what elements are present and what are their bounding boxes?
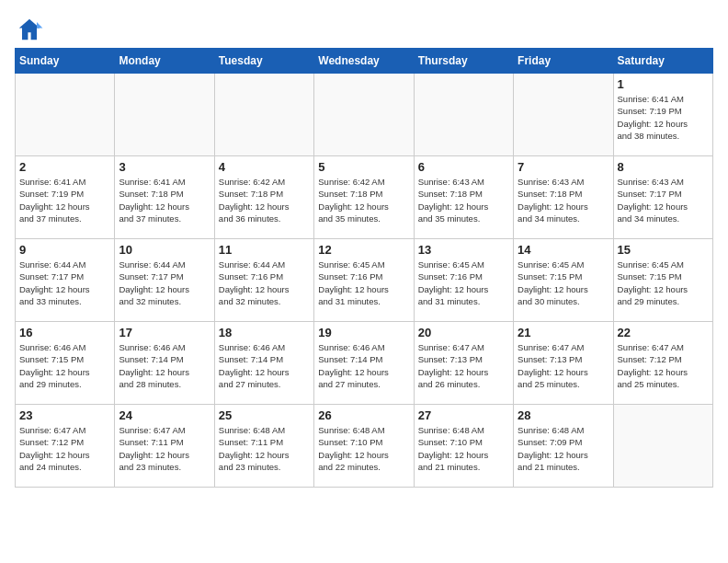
day-info: Sunrise: 6:48 AM Sunset: 7:11 PM Dayligh… [219,424,310,473]
day-number: 28 [518,408,609,422]
calendar-cell [314,74,414,156]
day-info: Sunrise: 6:48 AM Sunset: 7:10 PM Dayligh… [318,424,409,473]
calendar-cell [214,74,313,156]
day-number: 6 [418,160,509,174]
calendar-cell: 23Sunrise: 6:47 AM Sunset: 7:12 PM Dayli… [16,405,115,488]
calendar-cell: 19Sunrise: 6:46 AM Sunset: 7:14 PM Dayli… [314,322,414,405]
day-info: Sunrise: 6:45 AM Sunset: 7:16 PM Dayligh… [418,259,509,307]
day-number: 25 [219,408,310,422]
calendar-cell [613,405,712,488]
weekday-header: Friday [514,49,613,74]
calendar-week-row: 23Sunrise: 6:47 AM Sunset: 7:12 PM Dayli… [16,405,713,488]
day-info: Sunrise: 6:44 AM Sunset: 7:16 PM Dayligh… [219,259,310,307]
calendar-cell: 28Sunrise: 6:48 AM Sunset: 7:09 PM Dayli… [514,405,613,488]
day-number: 12 [318,243,409,257]
calendar-week-row: 1Sunrise: 6:41 AM Sunset: 7:19 PM Daylig… [16,74,713,156]
calendar-cell: 7Sunrise: 6:43 AM Sunset: 7:18 PM Daylig… [514,156,613,239]
calendar-week-row: 2Sunrise: 6:41 AM Sunset: 7:19 PM Daylig… [16,156,713,239]
day-info: Sunrise: 6:41 AM Sunset: 7:18 PM Dayligh… [119,176,210,224]
day-info: Sunrise: 6:48 AM Sunset: 7:09 PM Dayligh… [518,424,609,473]
calendar-cell: 10Sunrise: 6:44 AM Sunset: 7:17 PM Dayli… [115,239,214,322]
day-info: Sunrise: 6:47 AM Sunset: 7:13 PM Dayligh… [418,341,509,390]
day-info: Sunrise: 6:44 AM Sunset: 7:17 PM Dayligh… [119,259,210,307]
day-info: Sunrise: 6:42 AM Sunset: 7:18 PM Dayligh… [318,176,409,224]
calendar-cell: 21Sunrise: 6:47 AM Sunset: 7:13 PM Dayli… [514,322,613,405]
weekday-header: Thursday [414,49,513,74]
calendar-cell: 6Sunrise: 6:43 AM Sunset: 7:18 PM Daylig… [414,156,513,239]
calendar-cell: 14Sunrise: 6:45 AM Sunset: 7:15 PM Dayli… [514,239,613,322]
day-number: 17 [119,326,210,339]
day-info: Sunrise: 6:45 AM Sunset: 7:15 PM Dayligh… [518,259,609,307]
calendar-cell: 17Sunrise: 6:46 AM Sunset: 7:14 PM Dayli… [115,322,214,405]
calendar-cell: 3Sunrise: 6:41 AM Sunset: 7:18 PM Daylig… [115,156,214,239]
calendar-cell: 22Sunrise: 6:47 AM Sunset: 7:12 PM Dayli… [613,322,712,405]
calendar-cell: 2Sunrise: 6:41 AM Sunset: 7:19 PM Daylig… [16,156,115,239]
day-info: Sunrise: 6:47 AM Sunset: 7:12 PM Dayligh… [19,424,110,473]
calendar-cell: 8Sunrise: 6:43 AM Sunset: 7:17 PM Daylig… [613,156,712,239]
day-number: 1 [618,77,709,91]
day-number: 2 [19,160,110,174]
day-number: 19 [318,326,409,339]
day-info: Sunrise: 6:41 AM Sunset: 7:19 PM Dayligh… [618,93,709,142]
day-info: Sunrise: 6:45 AM Sunset: 7:16 PM Dayligh… [318,259,409,307]
day-number: 20 [418,326,509,339]
svg-marker-0 [19,19,40,40]
calendar-cell: 12Sunrise: 6:45 AM Sunset: 7:16 PM Dayli… [314,239,414,322]
day-info: Sunrise: 6:47 AM Sunset: 7:13 PM Dayligh… [518,341,609,390]
day-info: Sunrise: 6:48 AM Sunset: 7:10 PM Dayligh… [418,424,509,473]
day-number: 10 [119,243,210,257]
day-info: Sunrise: 6:46 AM Sunset: 7:15 PM Dayligh… [19,341,110,390]
calendar-cell: 1Sunrise: 6:41 AM Sunset: 7:19 PM Daylig… [613,74,712,156]
day-number: 21 [518,326,609,339]
day-number: 26 [318,408,409,422]
weekday-header: Saturday [613,49,712,74]
day-number: 16 [19,326,110,339]
calendar-cell [115,74,214,156]
day-number: 4 [219,160,310,174]
day-info: Sunrise: 6:41 AM Sunset: 7:19 PM Dayligh… [19,176,110,224]
calendar-cell: 25Sunrise: 6:48 AM Sunset: 7:11 PM Dayli… [214,405,313,488]
page-header [15,15,713,44]
day-info: Sunrise: 6:46 AM Sunset: 7:14 PM Dayligh… [219,341,310,390]
day-info: Sunrise: 6:47 AM Sunset: 7:12 PM Dayligh… [618,341,709,390]
day-info: Sunrise: 6:46 AM Sunset: 7:14 PM Dayligh… [318,341,409,390]
calendar-cell: 13Sunrise: 6:45 AM Sunset: 7:16 PM Dayli… [414,239,513,322]
day-info: Sunrise: 6:44 AM Sunset: 7:17 PM Dayligh… [19,259,110,307]
day-number: 13 [418,243,509,257]
calendar-cell: 11Sunrise: 6:44 AM Sunset: 7:16 PM Dayli… [214,239,313,322]
day-info: Sunrise: 6:43 AM Sunset: 7:18 PM Dayligh… [418,176,509,224]
day-number: 9 [19,243,110,257]
weekday-header: Wednesday [314,49,414,74]
day-info: Sunrise: 6:43 AM Sunset: 7:17 PM Dayligh… [618,176,709,224]
day-number: 11 [219,243,310,257]
calendar-cell [414,74,513,156]
calendar-cell: 18Sunrise: 6:46 AM Sunset: 7:14 PM Dayli… [214,322,313,405]
day-number: 8 [618,160,709,174]
day-info: Sunrise: 6:47 AM Sunset: 7:11 PM Dayligh… [119,424,210,473]
calendar-cell: 20Sunrise: 6:47 AM Sunset: 7:13 PM Dayli… [414,322,513,405]
day-info: Sunrise: 6:43 AM Sunset: 7:18 PM Dayligh… [518,176,609,224]
weekday-header: Tuesday [214,49,313,74]
day-info: Sunrise: 6:42 AM Sunset: 7:18 PM Dayligh… [219,176,310,224]
day-info: Sunrise: 6:46 AM Sunset: 7:14 PM Dayligh… [119,341,210,390]
calendar-cell: 15Sunrise: 6:45 AM Sunset: 7:15 PM Dayli… [613,239,712,322]
day-number: 27 [418,408,509,422]
day-number: 7 [518,160,609,174]
day-number: 24 [119,408,210,422]
calendar-cell: 4Sunrise: 6:42 AM Sunset: 7:18 PM Daylig… [214,156,313,239]
calendar-cell [514,74,613,156]
calendar-cell: 16Sunrise: 6:46 AM Sunset: 7:15 PM Dayli… [16,322,115,405]
calendar-week-row: 16Sunrise: 6:46 AM Sunset: 7:15 PM Dayli… [16,322,713,405]
calendar-cell: 24Sunrise: 6:47 AM Sunset: 7:11 PM Dayli… [115,405,214,488]
day-number: 5 [318,160,409,174]
day-number: 14 [518,243,609,257]
calendar-cell: 9Sunrise: 6:44 AM Sunset: 7:17 PM Daylig… [16,239,115,322]
logo-icon [15,15,44,44]
day-number: 15 [618,243,709,257]
day-number: 22 [618,326,709,339]
calendar-cell: 26Sunrise: 6:48 AM Sunset: 7:10 PM Dayli… [314,405,414,488]
day-info: Sunrise: 6:45 AM Sunset: 7:15 PM Dayligh… [618,259,709,307]
calendar-week-row: 9Sunrise: 6:44 AM Sunset: 7:17 PM Daylig… [16,239,713,322]
logo [15,15,48,44]
svg-marker-1 [37,22,42,28]
